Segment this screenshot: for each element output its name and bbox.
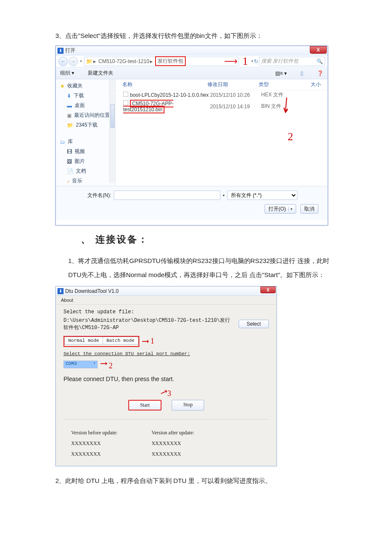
- breadcrumb-seg-2-highlighted[interactable]: 发行软件包: [155, 56, 186, 66]
- picture-icon: 🖼: [67, 159, 72, 165]
- sidebar-recent[interactable]: ▣最近访问的位置: [56, 110, 115, 120]
- video-icon: 🎞: [67, 149, 72, 155]
- file-filter-select[interactable]: 所有文件 (*.*): [227, 191, 297, 200]
- col-name[interactable]: 名称: [122, 81, 208, 88]
- file-path-text: D:\Users\Administrator\Desktop\CM510-72G…: [63, 317, 234, 331]
- version-before-2: XXXXXXXX: [71, 451, 118, 457]
- file-list-header[interactable]: 名称 修改日期 类型 大小: [115, 79, 328, 90]
- dialog-bottom: 文件名(N): ▾ 所有文件 (*.*) 打开(O)▾ 取消: [56, 186, 328, 220]
- start-button[interactable]: Start: [128, 400, 162, 410]
- mode-tabs-highlighted: Normal mode Batch mode: [63, 336, 139, 347]
- file-icon: [123, 92, 128, 97]
- sidebar-documents[interactable]: 📄文档: [56, 166, 115, 176]
- dtu-title: Dtu DownloadTool V1.0: [65, 288, 118, 294]
- dtu-download-dialog: ⬇ Dtu DownloadTool V1.0 X About Select t…: [55, 286, 277, 466]
- folder-icon: 📁: [67, 122, 73, 128]
- breadcrumb-path[interactable]: 📁 ▸ CM510-72G-test-1210 ▸ 发行软件包 ⟶: [84, 57, 239, 66]
- sidebar-scrollbar[interactable]: [109, 79, 115, 183]
- red-arrow-2: ⟶: [101, 358, 105, 369]
- sidebar-favorites[interactable]: ★收藏夹: [56, 81, 115, 91]
- menu-about[interactable]: About: [56, 296, 277, 305]
- close-button[interactable]: X: [310, 46, 327, 54]
- annotation-3: 3: [167, 389, 171, 398]
- search-input[interactable]: 搜索 发行软件包 🔍: [259, 57, 325, 66]
- organize-button[interactable]: 组织 ▾: [60, 69, 74, 77]
- version-before-1: XXXXXXXX: [71, 440, 118, 447]
- version-after-label: Version after update:: [152, 430, 194, 436]
- version-after-2: XXXXXXXX: [152, 451, 194, 457]
- open-button[interactable]: 打开(O)▾: [265, 204, 296, 214]
- dialog-titlebar[interactable]: ⬇ 打开 X: [56, 46, 328, 55]
- document-icon: 📄: [67, 168, 73, 174]
- scrollbar-thumb[interactable]: [110, 104, 115, 128]
- sidebar-desktop[interactable]: ▬桌面: [56, 101, 115, 110]
- stop-button[interactable]: Stop: [172, 400, 204, 410]
- red-arrow-1: ⟶: [143, 335, 147, 347]
- tab-batch-mode[interactable]: Batch mode: [103, 337, 138, 344]
- annotation-1: 1: [150, 337, 154, 346]
- file-icon: [123, 100, 128, 105]
- close-button[interactable]: X: [260, 286, 276, 293]
- col-size[interactable]: 大小: [288, 81, 321, 88]
- file-row-bin-selected[interactable]: CM510-72G-APP-test20151210.bin 2015/12/1…: [115, 99, 328, 113]
- sidebar-pictures[interactable]: 🖼图片: [56, 156, 115, 166]
- help-button[interactable]: ❓: [317, 70, 323, 76]
- com-port-select[interactable]: COM3 ▾: [63, 361, 98, 368]
- library-icon: 🗂: [60, 139, 65, 145]
- sidebar-2345[interactable]: 📁2345下载: [56, 120, 115, 130]
- red-arrow-3: ⟶: [159, 386, 168, 399]
- connect-prompt: Please connect DTU, then press the start…: [63, 376, 269, 382]
- open-split-dropdown[interactable]: ▾: [288, 207, 292, 211]
- dialog-title: 打开: [65, 47, 75, 54]
- file-list-area: 名称 修改日期 类型 大小 boot-LPLCby2015-12-10-1.0.…: [115, 79, 328, 186]
- sidebar-libraries[interactable]: 🗂库: [56, 137, 115, 147]
- section-heading-connect: 、 连接设备：: [81, 233, 337, 246]
- annotation-2: 2: [288, 130, 293, 143]
- version-after-1: XXXXXXXX: [152, 440, 194, 447]
- path-dropdown[interactable]: ▾: [251, 59, 253, 63]
- nav-bar: ← → ▾ 📁 ▸ CM510-72G-test-1210 ▸ 发行软件包 ⟶ …: [56, 55, 328, 67]
- refresh-icon[interactable]: ↻: [254, 58, 258, 64]
- port-label: Select the connection DTU serial port nu…: [63, 351, 269, 356]
- new-folder-button[interactable]: 新建文件夹: [88, 69, 113, 77]
- col-type[interactable]: 类型: [259, 81, 288, 88]
- app-icon: ⬇: [58, 48, 63, 54]
- nav-forward-button[interactable]: →: [69, 57, 78, 66]
- version-table: Version before update: XXXXXXXX XXXXXXXX…: [63, 430, 269, 457]
- file-open-dialog: ⬇ 打开 X ← → ▾ 📁 ▸ CM510-72G-test-1210 ▸ 发…: [55, 46, 328, 225]
- col-date[interactable]: 修改日期: [208, 81, 259, 88]
- instruction-connect-1: 1、将才茂通信低功耗GPRSDTU传输模块的RS232接口与电脑的RS232接口…: [55, 254, 337, 282]
- select-file-label: Select the update file:: [63, 309, 269, 315]
- folder-icon: 📁: [86, 58, 92, 64]
- red-arrow-annotation: ⟶: [224, 56, 237, 67]
- breadcrumb-seg-1[interactable]: CM510-72G-test-1210 ▸: [97, 58, 154, 64]
- filename-dropdown[interactable]: ▾: [223, 194, 225, 197]
- preview-pane-button[interactable]: ▯: [300, 70, 303, 76]
- app-icon: ⬇: [58, 288, 63, 294]
- view-button[interactable]: ▤≡ ▾: [275, 70, 287, 76]
- annotation-1: 1: [242, 55, 248, 68]
- filename-input[interactable]: [114, 191, 220, 200]
- search-icon: 🔍: [317, 58, 323, 64]
- sidebar-music[interactable]: ♪音乐: [56, 176, 115, 186]
- nav-history-dropdown[interactable]: ▾: [79, 59, 83, 63]
- version-before-label: Version before update:: [71, 430, 118, 436]
- download-icon: ⬇: [67, 93, 71, 99]
- nav-back-button[interactable]: ←: [58, 57, 68, 66]
- instruction-connect-2: 2、此时给 DTU 上电，程序会自动下装到 DTU 里，可以看到烧写进度指示。: [55, 475, 337, 486]
- sidebar-nav: ★收藏夹 ⬇下载 ▬桌面 ▣最近访问的位置 📁2345下载 🗂库 🎞视频 🖼图片…: [56, 79, 115, 186]
- sidebar-video[interactable]: 🎞视频: [56, 147, 115, 156]
- file-row-hex[interactable]: boot-LPLCby2015-12-10-1.0.0.hex 2015/12/…: [115, 90, 328, 99]
- sidebar-downloads[interactable]: ⬇下载: [56, 91, 115, 101]
- filename-label: 文件名(N):: [60, 192, 111, 199]
- music-icon: ♪: [67, 178, 69, 184]
- dialog-toolbar: 组织 ▾ 新建文件夹 ▤≡ ▾ ▯ ❓: [56, 67, 328, 79]
- select-button[interactable]: Select: [239, 320, 269, 328]
- cancel-button[interactable]: 取消: [300, 204, 318, 214]
- instruction-3: 3、点击"Select"选择按钮，并选择发行软件包里的bin文件，如下图所示：: [55, 30, 337, 41]
- tab-normal-mode[interactable]: Normal mode: [64, 337, 103, 344]
- star-icon: ★: [60, 83, 65, 89]
- dtu-titlebar[interactable]: ⬇ Dtu DownloadTool V1.0 X: [56, 286, 277, 296]
- annotation-2: 2: [109, 361, 112, 370]
- breadcrumb-sep: ▸: [93, 58, 96, 64]
